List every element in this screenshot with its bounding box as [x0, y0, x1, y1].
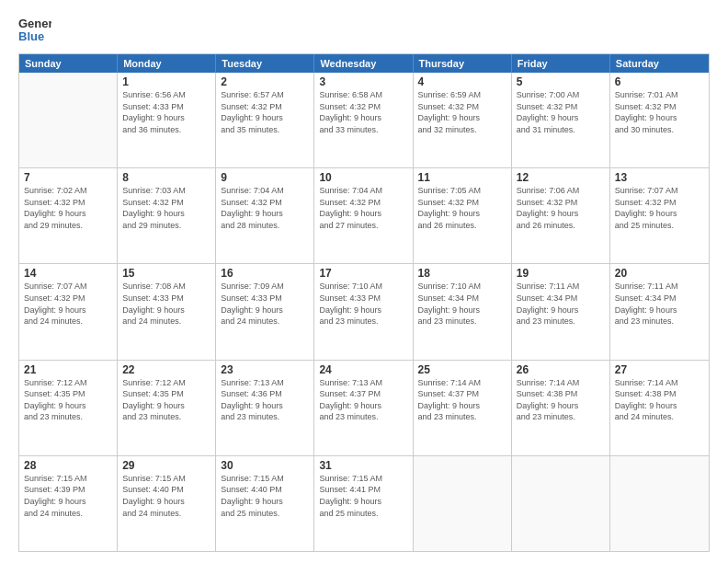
day-number: 16 [221, 267, 309, 280]
day-number: 20 [615, 267, 704, 280]
day-cell-24: 24Sunrise: 7:13 AMSunset: 4:37 PMDayligh… [314, 361, 413, 455]
day-cell-30: 30Sunrise: 7:15 AMSunset: 4:40 PMDayligh… [216, 456, 314, 551]
day-cell-26: 26Sunrise: 7:14 AMSunset: 4:38 PMDayligh… [512, 361, 610, 455]
day-info: Sunrise: 7:02 AMSunset: 4:32 PMDaylight:… [24, 185, 112, 231]
day-number: 22 [122, 363, 210, 376]
header-day-friday: Friday [512, 54, 610, 73]
day-number: 17 [319, 267, 407, 280]
day-number: 28 [24, 459, 112, 472]
day-info: Sunrise: 6:57 AMSunset: 4:32 PMDaylight:… [221, 89, 309, 135]
day-info: Sunrise: 7:14 AMSunset: 4:38 PMDaylight:… [517, 377, 605, 423]
day-number: 1 [122, 75, 210, 88]
day-cell-6: 6Sunrise: 7:01 AMSunset: 4:32 PMDaylight… [610, 73, 709, 167]
calendar: SundayMondayTuesdayWednesdayThursdayFrid… [18, 53, 710, 552]
day-number: 4 [418, 75, 506, 88]
day-cell-4: 4Sunrise: 6:59 AMSunset: 4:32 PMDaylight… [414, 73, 512, 167]
day-cell-15: 15Sunrise: 7:08 AMSunset: 4:33 PMDayligh… [118, 264, 216, 359]
week-row-3: 21Sunrise: 7:12 AMSunset: 4:35 PMDayligh… [19, 361, 709, 456]
day-cell-31: 31Sunrise: 7:15 AMSunset: 4:41 PMDayligh… [314, 456, 413, 551]
day-info: Sunrise: 7:11 AMSunset: 4:34 PMDaylight:… [517, 281, 605, 327]
logo-icon: General Blue [18, 15, 51, 44]
day-cell-9: 9Sunrise: 7:04 AMSunset: 4:32 PMDaylight… [216, 168, 314, 263]
day-info: Sunrise: 7:10 AMSunset: 4:33 PMDaylight:… [319, 281, 407, 327]
day-info: Sunrise: 7:10 AMSunset: 4:34 PMDaylight:… [418, 281, 506, 327]
day-info: Sunrise: 7:12 AMSunset: 4:35 PMDaylight:… [122, 377, 210, 423]
day-cell-1: 1Sunrise: 6:56 AMSunset: 4:33 PMDaylight… [118, 73, 216, 167]
day-number: 27 [615, 363, 704, 376]
day-number: 19 [517, 267, 605, 280]
day-number: 30 [221, 459, 309, 472]
day-info: Sunrise: 7:03 AMSunset: 4:32 PMDaylight:… [122, 185, 210, 231]
day-info: Sunrise: 7:14 AMSunset: 4:37 PMDaylight:… [418, 377, 506, 423]
day-number: 3 [319, 75, 407, 88]
day-number: 21 [24, 363, 112, 376]
day-info: Sunrise: 7:08 AMSunset: 4:33 PMDaylight:… [122, 281, 210, 327]
header-day-saturday: Saturday [610, 54, 709, 73]
day-info: Sunrise: 7:01 AMSunset: 4:32 PMDaylight:… [615, 89, 704, 135]
calendar-header: SundayMondayTuesdayWednesdayThursdayFrid… [19, 54, 709, 73]
day-cell-5: 5Sunrise: 7:00 AMSunset: 4:32 PMDaylight… [512, 73, 610, 167]
day-info: Sunrise: 7:15 AMSunset: 4:40 PMDaylight:… [122, 473, 210, 519]
day-number: 15 [122, 267, 210, 280]
day-number: 8 [122, 171, 210, 184]
day-number: 11 [418, 171, 506, 184]
day-number: 12 [517, 171, 605, 184]
svg-text:General: General [18, 17, 51, 30]
day-cell-29: 29Sunrise: 7:15 AMSunset: 4:40 PMDayligh… [118, 456, 216, 551]
day-info: Sunrise: 7:06 AMSunset: 4:32 PMDaylight:… [517, 185, 605, 231]
day-cell-7: 7Sunrise: 7:02 AMSunset: 4:32 PMDaylight… [19, 168, 118, 263]
day-cell-22: 22Sunrise: 7:12 AMSunset: 4:35 PMDayligh… [118, 361, 216, 455]
day-number: 7 [24, 171, 112, 184]
day-cell-14: 14Sunrise: 7:07 AMSunset: 4:32 PMDayligh… [19, 264, 118, 359]
day-info: Sunrise: 7:07 AMSunset: 4:32 PMDaylight:… [24, 281, 112, 327]
day-info: Sunrise: 7:09 AMSunset: 4:33 PMDaylight:… [221, 281, 309, 327]
day-info: Sunrise: 6:59 AMSunset: 4:32 PMDaylight:… [418, 89, 506, 135]
day-cell-10: 10Sunrise: 7:04 AMSunset: 4:32 PMDayligh… [314, 168, 413, 263]
day-info: Sunrise: 7:14 AMSunset: 4:38 PMDaylight:… [615, 377, 704, 423]
day-cell-3: 3Sunrise: 6:58 AMSunset: 4:32 PMDaylight… [314, 73, 413, 167]
day-cell-2: 2Sunrise: 6:57 AMSunset: 4:32 PMDaylight… [216, 73, 314, 167]
day-info: Sunrise: 7:11 AMSunset: 4:34 PMDaylight:… [615, 281, 704, 327]
day-number: 5 [517, 75, 605, 88]
day-cell-21: 21Sunrise: 7:12 AMSunset: 4:35 PMDayligh… [19, 361, 118, 455]
day-info: Sunrise: 6:56 AMSunset: 4:33 PMDaylight:… [122, 89, 210, 135]
calendar-body: 1Sunrise: 6:56 AMSunset: 4:33 PMDaylight… [19, 73, 709, 551]
day-number: 2 [221, 75, 309, 88]
calendar-page: General Blue SundayMondayTuesdayWednesda… [0, 0, 728, 563]
day-info: Sunrise: 7:13 AMSunset: 4:37 PMDaylight:… [319, 377, 407, 423]
day-cell-13: 13Sunrise: 7:07 AMSunset: 4:32 PMDayligh… [610, 168, 709, 263]
day-cell-12: 12Sunrise: 7:06 AMSunset: 4:32 PMDayligh… [512, 168, 610, 263]
day-info: Sunrise: 7:12 AMSunset: 4:35 PMDaylight:… [24, 377, 112, 423]
day-cell-27: 27Sunrise: 7:14 AMSunset: 4:38 PMDayligh… [610, 361, 709, 455]
svg-text:Blue: Blue [18, 29, 44, 43]
header-day-wednesday: Wednesday [314, 54, 413, 73]
day-info: Sunrise: 6:58 AMSunset: 4:32 PMDaylight:… [319, 89, 407, 135]
day-number: 23 [221, 363, 309, 376]
header-day-sunday: Sunday [19, 54, 118, 73]
day-number: 29 [122, 459, 210, 472]
day-cell-18: 18Sunrise: 7:10 AMSunset: 4:34 PMDayligh… [414, 264, 512, 359]
day-info: Sunrise: 7:15 AMSunset: 4:40 PMDaylight:… [221, 473, 309, 519]
day-number: 10 [319, 171, 407, 184]
day-cell-28: 28Sunrise: 7:15 AMSunset: 4:39 PMDayligh… [19, 456, 118, 551]
header-day-monday: Monday [118, 54, 216, 73]
day-number: 26 [517, 363, 605, 376]
day-cell-16: 16Sunrise: 7:09 AMSunset: 4:33 PMDayligh… [216, 264, 314, 359]
day-number: 31 [319, 459, 407, 472]
day-cell-23: 23Sunrise: 7:13 AMSunset: 4:36 PMDayligh… [216, 361, 314, 455]
header-day-thursday: Thursday [414, 54, 512, 73]
day-number: 18 [418, 267, 506, 280]
day-number: 6 [615, 75, 704, 88]
day-info: Sunrise: 7:15 AMSunset: 4:39 PMDaylight:… [24, 473, 112, 519]
day-cell-19: 19Sunrise: 7:11 AMSunset: 4:34 PMDayligh… [512, 264, 610, 359]
day-info: Sunrise: 7:13 AMSunset: 4:36 PMDaylight:… [221, 377, 309, 423]
day-info: Sunrise: 7:04 AMSunset: 4:32 PMDaylight:… [221, 185, 309, 231]
day-number: 24 [319, 363, 407, 376]
day-info: Sunrise: 7:00 AMSunset: 4:32 PMDaylight:… [517, 89, 605, 135]
day-number: 13 [615, 171, 704, 184]
week-row-1: 7Sunrise: 7:02 AMSunset: 4:32 PMDaylight… [19, 168, 709, 264]
day-info: Sunrise: 7:15 AMSunset: 4:41 PMDaylight:… [319, 473, 407, 519]
day-info: Sunrise: 7:05 AMSunset: 4:32 PMDaylight:… [418, 185, 506, 231]
day-number: 14 [24, 267, 112, 280]
day-cell-11: 11Sunrise: 7:05 AMSunset: 4:32 PMDayligh… [414, 168, 512, 263]
